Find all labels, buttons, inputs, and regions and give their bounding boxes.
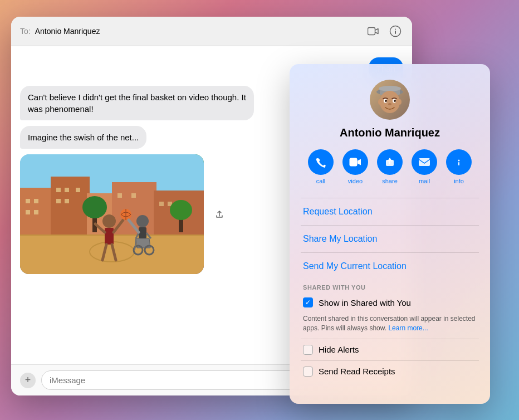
svg-rect-21 (159, 202, 164, 206)
svg-rect-60 (419, 158, 430, 166)
svg-point-61 (458, 160, 460, 162)
hide-alerts-label: Hide Alerts (319, 345, 359, 354)
svg-point-53 (394, 100, 396, 102)
svg-point-48 (379, 86, 401, 91)
mail-icon-circle (412, 149, 437, 175)
show-in-shared-label: Show in Shared with You (319, 298, 411, 307)
send-read-receipts-label: Send Read Receipts (319, 367, 395, 376)
received-message-2: Imagine the swish of the net... (20, 126, 146, 149)
svg-rect-57 (350, 158, 358, 167)
svg-point-56 (398, 99, 402, 105)
divider-3 (301, 252, 479, 253)
contact-name: Antonio Manriquez (340, 126, 440, 139)
header-contact-name: Antonio Manriquez (35, 27, 100, 36)
svg-point-2 (395, 29, 396, 30)
mail-label: mail (419, 178, 430, 184)
send-current-location-item[interactable]: Send My Current Location (301, 254, 479, 279)
svg-rect-17 (56, 199, 61, 203)
svg-rect-19 (117, 193, 122, 198)
request-location-item[interactable]: Request Location (301, 199, 479, 224)
share-icon-circle (377, 149, 403, 175)
divider-2 (301, 225, 479, 226)
hide-alerts-checkbox[interactable] (303, 345, 313, 355)
svg-rect-0 (368, 28, 375, 35)
contact-panel: Antonio Manriquez call video (290, 64, 490, 404)
video-call-button[interactable] (365, 23, 381, 39)
svg-point-26 (170, 200, 192, 220)
video-action-button[interactable]: video (342, 149, 368, 184)
info-button[interactable] (388, 23, 403, 39)
svg-rect-13 (34, 210, 38, 214)
svg-point-49 (380, 91, 400, 113)
svg-rect-12 (26, 210, 30, 214)
svg-rect-15 (65, 188, 69, 192)
to-label: To: (20, 27, 31, 36)
info-icon-circle (446, 149, 472, 175)
svg-rect-20 (131, 193, 136, 198)
share-label: share (382, 178, 398, 184)
hide-alerts-row[interactable]: Hide Alerts (301, 340, 479, 359)
video-icon-circle (342, 149, 368, 175)
svg-point-52 (385, 100, 387, 102)
svg-rect-10 (26, 199, 30, 203)
share-my-location-item[interactable]: Share My Location (301, 227, 479, 251)
send-read-receipts-row[interactable]: Send Read Receipts (301, 362, 479, 381)
svg-rect-16 (76, 188, 80, 192)
divider-5 (301, 360, 479, 361)
basketball-image (20, 154, 204, 274)
svg-rect-11 (34, 199, 38, 203)
svg-point-30 (102, 214, 116, 228)
svg-point-24 (82, 196, 107, 218)
share-action-button[interactable]: share (377, 149, 403, 184)
svg-point-54 (388, 103, 391, 105)
svg-rect-62 (458, 162, 459, 165)
svg-rect-18 (65, 199, 69, 203)
contact-avatar (370, 80, 410, 120)
received-message-1: Can't believe I didn't get the final bas… (20, 86, 254, 120)
learn-more-link[interactable]: Learn more... (388, 324, 428, 332)
call-label: call (316, 178, 326, 184)
mail-action-button[interactable]: mail (412, 149, 437, 184)
svg-point-38 (136, 215, 149, 227)
action-buttons-row: call video share (308, 149, 472, 184)
svg-rect-3 (395, 31, 396, 34)
call-action-button[interactable]: call (308, 149, 334, 184)
video-label: video (348, 178, 363, 184)
show-in-shared-checkbox[interactable]: ✓ (303, 297, 313, 307)
title-bar-left: To: Antonio Manriquez (20, 27, 100, 36)
add-media-button[interactable]: + (20, 373, 36, 388)
shared-with-you-header: SHARED WITH YOU (301, 279, 479, 293)
info-label: info (454, 178, 464, 184)
svg-rect-31 (105, 228, 114, 245)
divider-4 (301, 339, 479, 339)
svg-rect-14 (56, 188, 61, 192)
title-bar-icons (365, 23, 403, 39)
call-icon-circle (308, 149, 334, 175)
show-in-shared-row[interactable]: ✓ Show in Shared with You (301, 293, 479, 312)
shared-helper-text: Content shared in this conversation will… (301, 312, 479, 338)
image-message[interactable] (20, 154, 204, 274)
info-action-button[interactable]: info (446, 149, 472, 184)
send-read-receipts-checkbox[interactable] (303, 367, 313, 377)
divider-1 (301, 198, 479, 198)
image-share-button[interactable] (210, 206, 228, 223)
svg-point-55 (378, 99, 381, 105)
title-bar: To: Antonio Manriquez (11, 17, 412, 46)
